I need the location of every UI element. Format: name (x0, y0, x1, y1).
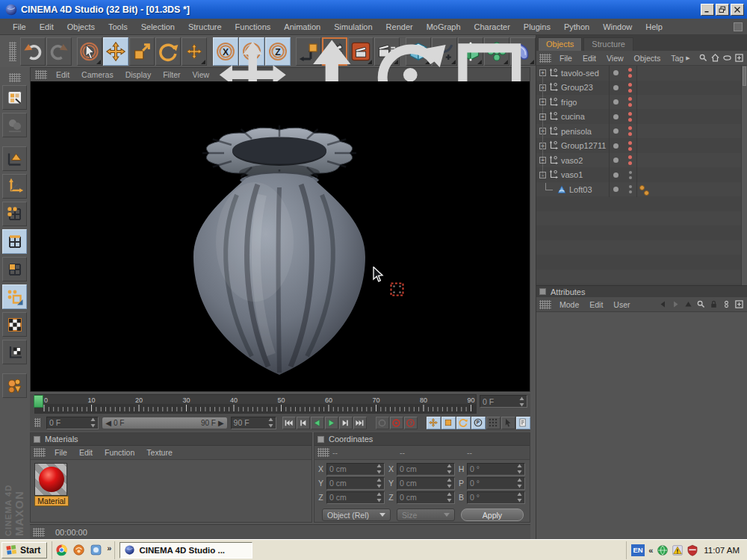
coordinate-field[interactable]: 0 cm (397, 491, 455, 504)
spinner-icon[interactable] (90, 417, 96, 428)
coordinate-field[interactable]: 0 cm (397, 463, 455, 476)
spinner-icon[interactable] (376, 492, 382, 503)
visibility-dot[interactable] (629, 190, 632, 193)
tree-row-loft03[interactable]: Loft03 (536, 182, 747, 197)
tree-row-cucina[interactable]: +cucina (536, 110, 747, 125)
uv-mode-button[interactable] (2, 284, 27, 309)
tree-scrollbar[interactable] (741, 66, 747, 285)
keyframe-settings-button[interactable] (516, 417, 530, 429)
menu-plugins[interactable]: Plugins (517, 20, 557, 34)
start-frame-field[interactable]: 0 F (46, 417, 99, 429)
material-thumbnail[interactable] (34, 463, 67, 496)
menu-render[interactable]: Render (379, 20, 420, 34)
menu-structure[interactable]: Structure (182, 20, 229, 34)
visibility-dot[interactable] (629, 171, 632, 174)
coordinate-field[interactable]: 0 cm (326, 477, 385, 490)
attributes-menu-edit[interactable]: Edit (584, 299, 608, 311)
key-rotation-button[interactable] (456, 417, 471, 429)
move-tool-button[interactable] (103, 37, 128, 66)
visibility-dot[interactable] (628, 83, 632, 87)
previous-frame-button[interactable] (297, 417, 310, 429)
tray-chevron[interactable]: « (648, 546, 653, 555)
attributes-menu-user[interactable]: User (608, 299, 635, 311)
menu-tools[interactable]: Tools (102, 20, 134, 34)
spinner-icon[interactable] (268, 417, 273, 428)
coordinate-field[interactable]: 0 ° (467, 463, 525, 476)
undo-button[interactable] (20, 37, 46, 66)
key-position-button[interactable] (427, 417, 441, 429)
drag-grip[interactable] (34, 418, 40, 427)
range-right-arrow-icon[interactable]: ▶ (218, 419, 224, 427)
drag-grip[interactable] (34, 448, 46, 457)
activation-dot[interactable] (613, 128, 619, 134)
objects-menu-view[interactable]: View (601, 52, 629, 64)
attributes-menu-mode[interactable]: Mode (554, 299, 584, 311)
visibility-dot[interactable] (628, 132, 632, 136)
drag-grip[interactable] (33, 528, 45, 537)
size-mode-dropdown[interactable]: Size (397, 508, 455, 521)
spinner-icon[interactable] (376, 464, 382, 474)
menu-simulation[interactable]: Simulation (327, 20, 379, 34)
visibility-dot[interactable] (628, 112, 632, 116)
materials-menu-function[interactable]: Function (99, 447, 140, 458)
coordinate-field[interactable]: 0 ° (467, 491, 525, 504)
start-button[interactable]: Start (1, 542, 47, 559)
visibility-dot[interactable] (628, 155, 632, 159)
visibility-dot[interactable] (628, 141, 632, 145)
toolbar-grip[interactable] (9, 73, 21, 82)
search-icon[interactable] (698, 53, 708, 63)
make-editable-button[interactable] (2, 85, 27, 110)
end-frame-field[interactable]: 90 F (231, 417, 276, 429)
spinner-icon[interactable] (376, 478, 382, 488)
language-indicator[interactable]: EN (631, 544, 645, 556)
menu-file[interactable]: File (6, 20, 33, 34)
tree-row-group23[interactable]: +Group23 (536, 81, 747, 96)
menu-animation[interactable]: Animation (277, 20, 327, 34)
frame-range-slider[interactable]: ◀ 0 F 90 F ▶ (102, 417, 227, 429)
spinner-icon[interactable] (519, 396, 524, 407)
tree-row-group12711[interactable]: +Group12711 (536, 139, 747, 154)
play-reverse-button[interactable] (311, 417, 324, 429)
objects-menu-objects[interactable]: Objects (629, 52, 666, 64)
menu-selection[interactable]: Selection (134, 20, 182, 34)
materials-menu-edit[interactable]: Edit (73, 447, 99, 458)
axis-mode-button[interactable] (2, 174, 27, 199)
activation-dot[interactable] (613, 85, 619, 90)
vase-3d-model[interactable] (31, 81, 530, 391)
menu-window[interactable]: Window (596, 20, 639, 34)
autokey-options-button[interactable]: ? (404, 417, 418, 429)
activation-dot[interactable] (613, 172, 619, 178)
close-button[interactable] (731, 4, 744, 16)
points-mode-button[interactable] (2, 202, 27, 226)
activation-dot[interactable] (613, 158, 619, 163)
timeline-ruler[interactable]: 0102030405060708090 (34, 394, 477, 414)
viewport-menu-view[interactable]: View (186, 69, 215, 81)
drag-grip[interactable] (539, 300, 551, 309)
coordinate-field[interactable]: 0 cm (397, 477, 455, 490)
visibility-dot[interactable] (628, 89, 632, 93)
forward-icon[interactable] (671, 299, 681, 309)
menu-character[interactable]: Character (468, 20, 517, 34)
record-keyframe-button[interactable] (390, 417, 403, 429)
scale-tool-button[interactable] (129, 37, 155, 66)
timeline-current-frame-marker[interactable] (34, 395, 43, 408)
toolbar-grip[interactable] (9, 42, 16, 61)
range-left-arrow-icon[interactable]: ◀ (105, 419, 111, 427)
activation-dot[interactable] (613, 187, 619, 192)
menu-objects[interactable]: Objects (61, 20, 102, 34)
scrollbar-thumb[interactable] (743, 66, 746, 86)
visibility-dot[interactable] (628, 118, 632, 122)
menu-python[interactable]: Python (557, 20, 596, 34)
spinner-icon[interactable] (517, 478, 522, 488)
link-icon[interactable] (722, 299, 731, 309)
lock-icon[interactable] (709, 299, 719, 309)
activation-dot[interactable] (613, 99, 619, 105)
back-icon[interactable] (658, 299, 668, 309)
coordinate-field[interactable]: 0 cm (326, 491, 385, 504)
viewport-menu-filter[interactable]: Filter (157, 69, 186, 81)
apply-button[interactable]: Apply (461, 508, 524, 521)
tree-row-frigo[interactable]: +frigo (536, 95, 747, 110)
spinner-icon[interactable] (517, 464, 522, 474)
material-tag-icon[interactable] (644, 190, 649, 196)
orange-app-icon[interactable] (72, 544, 85, 556)
